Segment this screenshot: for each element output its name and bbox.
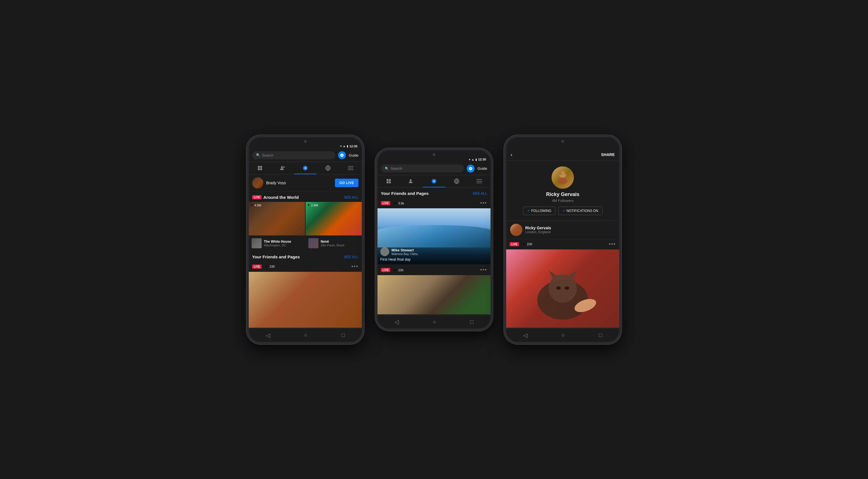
share-label-3[interactable]: SHARE xyxy=(601,152,615,157)
tab-menu-1[interactable] xyxy=(339,162,362,174)
checkmark-notif: ✓ xyxy=(562,209,565,213)
guide-label-2[interactable]: Guide xyxy=(477,166,487,171)
video-thumb-2[interactable]: 👁 2.6M xyxy=(306,202,362,235)
page-location-nene: São Paulo, Brazil xyxy=(321,244,344,247)
eye-icon-indoor: 👁 xyxy=(394,268,397,272)
home-btn-3[interactable]: ○ xyxy=(561,332,565,338)
tab-globe-1[interactable] xyxy=(316,162,339,174)
battery-icon-1: ▮ xyxy=(347,144,348,148)
tab-friends-1[interactable] xyxy=(272,162,294,174)
front-camera-1 xyxy=(304,140,307,143)
broadcaster-info-wave: Mike Stewart Waimea Bay, Oahu xyxy=(392,248,418,255)
view-count-card-1: 230 xyxy=(270,265,275,268)
tab-globe-2[interactable] xyxy=(445,175,468,187)
recent-btn-1[interactable]: □ xyxy=(341,332,345,338)
view-count-1: 4.5M xyxy=(254,204,261,207)
svg-point-28 xyxy=(549,274,577,303)
bottom-nav-2: ◁ ○ □ xyxy=(377,315,491,329)
status-bar-2: ▾ ▲ ▮ 12:30 xyxy=(377,156,491,162)
see-all-friends-1[interactable]: SEE ALL xyxy=(344,255,359,259)
tab-video-2[interactable] xyxy=(423,175,445,187)
go-live-button-1[interactable]: GO LIVE xyxy=(335,179,359,187)
video-thumb-1[interactable]: 👁 4.5M xyxy=(249,202,305,235)
back-btn-2[interactable]: ◁ xyxy=(395,318,399,325)
page-item-whitehouse[interactable]: The White House Washington, DC xyxy=(249,236,305,250)
svg-point-25 xyxy=(559,173,562,175)
broadcaster-row-wave: Mike Stewart Waimea Bay, Oahu xyxy=(380,247,488,256)
svg-rect-12 xyxy=(387,179,389,181)
messenger-icon-1[interactable] xyxy=(338,151,346,159)
live-video-cat[interactable] xyxy=(506,249,619,328)
svg-rect-13 xyxy=(389,179,391,181)
live-badge-card-1: LIVE xyxy=(252,265,261,269)
eye-icon-cat: 👁 xyxy=(522,243,525,246)
page-row-info-3: Ricky Gervais London, England xyxy=(525,226,551,234)
around-world-header-1: LIVE Around the World SEE ALL xyxy=(249,192,362,202)
live-card-stats-indoor: LIVE 👁 230 xyxy=(381,268,403,272)
tab-news-2[interactable] xyxy=(377,175,400,187)
signal-icon-1: ▲ xyxy=(343,144,346,148)
home-btn-1[interactable]: ○ xyxy=(304,332,307,338)
live-card-cat: LIVE 👁 230 ••• xyxy=(506,239,619,328)
see-all-atw-1[interactable]: SEE ALL xyxy=(344,195,359,199)
back-btn-1[interactable]: ◁ xyxy=(266,332,270,339)
page-row-avatar-3 xyxy=(510,224,522,236)
phone-1: ▾ ▲ ▮ 12:30 🔍 Search Guide xyxy=(247,135,364,344)
live-video-indoor[interactable] xyxy=(377,275,491,314)
svg-rect-20 xyxy=(476,179,482,180)
recent-btn-2[interactable]: □ xyxy=(470,319,473,325)
page-row-3[interactable]: Ricky Gervais London, England xyxy=(506,221,619,239)
svg-rect-3 xyxy=(260,168,262,170)
live-card-1: LIVE 👁 230 ••• xyxy=(249,262,362,328)
tab-news-1[interactable] xyxy=(249,162,272,174)
search-icon-1: 🔍 xyxy=(256,153,260,157)
broadcaster-name-wave: Mike Stewart xyxy=(392,248,418,252)
wifi-icon-1: ▾ xyxy=(340,144,342,148)
following-button-3[interactable]: ✓ FOLLOWING xyxy=(523,207,555,215)
page-thumb-whitehouse xyxy=(252,238,261,248)
guide-label-1[interactable]: Guide xyxy=(349,153,359,158)
time-1: 12:30 xyxy=(349,144,357,148)
more-dots-indoor[interactable]: ••• xyxy=(480,267,487,273)
page-name-whitehouse: The White House xyxy=(264,240,291,244)
page-item-nene[interactable]: Nenê São Paulo, Brazil xyxy=(306,236,362,250)
search-box-1[interactable]: 🔍 Search xyxy=(252,151,335,160)
app-screen-3: ‹ SHARE Ricky Gervais 4M Followers ✓ FOL… xyxy=(506,149,619,328)
live-video-wave[interactable]: Mike Stewart Waimea Bay, Oahu First Heat… xyxy=(377,208,491,264)
svg-rect-14 xyxy=(387,181,389,183)
svg-rect-0 xyxy=(258,166,260,168)
svg-point-32 xyxy=(565,286,569,289)
svg-point-5 xyxy=(283,166,285,168)
eye-icon-card-1: 👁 xyxy=(265,265,268,268)
friends-header-1: Your Friends and Pages SEE ALL xyxy=(249,251,362,262)
profile-followers-3: 4M Followers xyxy=(552,199,574,203)
see-all-friends-2[interactable]: SEE ALL xyxy=(473,191,487,196)
home-btn-2[interactable]: ○ xyxy=(433,319,436,325)
app-screen-2: 🔍 Search Guide xyxy=(377,162,491,315)
svg-point-16 xyxy=(410,179,412,181)
app-screen-1: 🔍 Search Guide xyxy=(249,149,362,328)
bottom-nav-1: ◁ ○ □ xyxy=(249,328,362,342)
messenger-icon-2[interactable] xyxy=(467,165,474,173)
following-label: FOLLOWING xyxy=(531,209,551,213)
back-btn-3[interactable]: ◁ xyxy=(523,332,527,339)
live-card-stats-1: LIVE 👁 230 xyxy=(252,265,275,269)
recent-btn-3[interactable]: □ xyxy=(599,332,602,338)
notifications-button-3[interactable]: ✓ NOTIFICATIONS ON xyxy=(558,207,602,215)
live-video-dog-1[interactable] xyxy=(249,272,362,328)
search-box-2[interactable]: 🔍 Search xyxy=(381,164,464,173)
tab-menu-2[interactable] xyxy=(468,175,491,187)
page-location-whitehouse: Washington, DC xyxy=(264,244,291,247)
tab-friends-2[interactable] xyxy=(400,175,423,187)
more-dots-wave[interactable]: ••• xyxy=(480,200,487,206)
status-icons-2: ▾ ▲ ▮ xyxy=(469,158,477,161)
more-dots-cat[interactable]: ••• xyxy=(609,241,616,247)
page-row-location-3: London, England xyxy=(525,230,551,234)
tab-video-1[interactable] xyxy=(294,162,317,174)
back-arrow-3[interactable]: ‹ xyxy=(511,152,513,158)
svg-point-24 xyxy=(558,177,567,184)
more-dots-1[interactable]: ••• xyxy=(351,264,359,270)
user-name-1: Brady Voss xyxy=(266,181,332,185)
svg-point-31 xyxy=(556,286,561,289)
notifications-label: NOTIFICATIONS ON xyxy=(566,209,598,213)
